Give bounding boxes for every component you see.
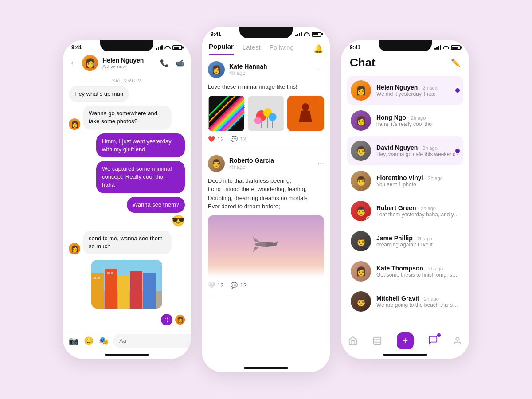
chat-list-item[interactable]: 👨 David Nguyen · 2h ago Hey, wanna go ca… — [347, 136, 463, 165]
phone-icon[interactable]: 📞 — [160, 59, 169, 67]
chat-actions: 📞 📹 — [160, 59, 184, 67]
edit-icon[interactable]: ✏️ — [451, 58, 461, 68]
svg-rect-7 — [143, 273, 156, 309]
signal-center — [295, 32, 302, 36]
post-user-info: Kate Hannah 4h ago — [229, 63, 267, 76]
post-menu-button[interactable]: ··· — [317, 65, 324, 74]
chat-user-name: Helen Nguyen — [102, 57, 156, 64]
chat-badge — [437, 333, 441, 337]
chat-list-info: Kate Thompson · 2h ago Got some thesis t… — [376, 265, 460, 278]
chat-messages: Hey what's up man 👩 Wanna go somewhere a… — [63, 86, 191, 330]
comment-icon: 💬 — [231, 136, 238, 142]
signal-left — [156, 45, 163, 50]
chat-list-avatar: 👨 — [351, 201, 371, 221]
chat-list-item[interactable]: 👩 Kate Thompson · 2h ago Got some thesis… — [347, 257, 463, 286]
message-row: 👩 Wanna go somewhere and take some photo… — [69, 106, 185, 129]
add-button[interactable]: + — [397, 332, 414, 349]
post-menu-button[interactable]: ··· — [317, 159, 324, 168]
tab-following[interactable]: Follwing — [270, 43, 294, 55]
nav-profile[interactable] — [453, 336, 462, 346]
chat-list-item[interactable]: 👨 Mitchell Gravit · 2h ago We are going … — [347, 287, 463, 316]
svg-point-44 — [456, 337, 459, 340]
chat-user-status: Active now — [102, 64, 156, 69]
sent-emoji: :) — [161, 314, 172, 325]
avatar-small: 👩 — [69, 118, 80, 130]
chat-list-info: David Nguyen · 2h ago Hey, wanna go cafe… — [376, 144, 460, 157]
status-icons-right — [434, 45, 461, 50]
like-action[interactable]: ❤️ 12 — [208, 136, 223, 142]
message-row: Hey what's up man — [69, 86, 185, 102]
chat-time: 2h ago — [422, 85, 438, 90]
message-row: 👩 send to me, wanna see them so much — [69, 231, 185, 254]
chat-time: 2h ago — [411, 115, 426, 121]
message-bubble: Hmm, I just went yesterday with my girlf… — [96, 133, 185, 157]
chat-time: 2h ago — [422, 145, 438, 151]
post-image-1 — [208, 96, 245, 131]
emoji-row: 😎 — [69, 215, 185, 227]
image-message — [69, 260, 185, 309]
wifi-right — [443, 45, 449, 50]
chat-time: 2h ago — [428, 266, 443, 271]
chat-name-time: Kate Thompson · 2h ago — [376, 265, 460, 272]
tab-latest[interactable]: Latest — [243, 43, 261, 55]
post-user-info: Roberto Garcia 4h ago — [229, 157, 274, 170]
home-indicator-center — [244, 367, 288, 369]
svg-rect-4 — [105, 269, 117, 309]
nav-search[interactable] — [372, 336, 382, 346]
chat-time: 2h ago — [424, 296, 439, 301]
notification-icon[interactable]: 🔔 — [313, 44, 323, 54]
post-image-3 — [287, 96, 324, 131]
camera-icon[interactable]: 📷 — [69, 336, 78, 346]
chat-name-time: Mitchell Gravit · 2h ago — [376, 295, 460, 302]
back-button[interactable]: ← — [70, 59, 78, 68]
nav-add[interactable]: + — [397, 332, 414, 349]
nav-messages[interactable] — [428, 335, 438, 347]
post-time: 4h ago — [229, 70, 267, 76]
left-phone: 9:41 ← 👩 Helen Nguyen Active now 📞 📹 SAT… — [63, 40, 191, 359]
like-count: 12 — [217, 136, 223, 142]
chat-list-item[interactable]: 👨 Florentino Vinyl · 2h ago You sent 1 p… — [347, 166, 463, 196]
center-phone: 9:41 Popular Latest Follwing 🔔 👩 Kate Ha… — [202, 27, 330, 372]
battery-center — [312, 32, 321, 37]
svg-rect-9 — [98, 277, 100, 279]
svg-rect-5 — [118, 275, 129, 309]
battery-right — [451, 45, 461, 50]
online-dot — [366, 216, 371, 221]
chat-list-avatar: 👨 — [351, 171, 371, 191]
feed-tabs: Popular Latest Follwing 🔔 — [202, 39, 330, 55]
like-action[interactable]: 🤍 12 — [208, 282, 223, 289]
chat-name: Hong Ngo — [376, 114, 406, 121]
feed-content: 👩 Kate Hannah 4h ago ··· Love these mini… — [202, 55, 330, 364]
video-icon[interactable]: 📹 — [175, 59, 184, 67]
chat-preview: Hey, wanna go cafe this weekend? — [376, 151, 460, 157]
post-user-name: Kate Hannah — [229, 63, 267, 70]
signal-right — [434, 45, 441, 50]
chat-user-info: Helen Nguyen Active now — [102, 57, 156, 69]
emoji-icon[interactable]: 😊 — [84, 336, 94, 346]
heart-icon: ❤️ — [208, 136, 215, 142]
tab-popular[interactable]: Popular — [209, 43, 234, 55]
chat-list-item[interactable]: 👩 Helen Nguyen · 2h ago We did it yester… — [347, 76, 463, 105]
svg-point-33 — [302, 103, 309, 110]
chat-name: Helen Nguyen — [376, 84, 418, 91]
message-input[interactable] — [113, 334, 191, 348]
chat-list-avatar: 👨 — [351, 231, 371, 251]
gif-icon[interactable]: 🎭 — [99, 336, 109, 346]
chat-list-item[interactable]: 👩 Hong Ngo · 2h ago haha, it's really co… — [347, 106, 463, 135]
chat-name-time: Hong Ngo · 2h ago — [376, 114, 460, 121]
chat-date: SAT, 3:59 PM — [63, 78, 191, 83]
chat-list-item[interactable]: 👨 Jame Phillip · 2h ago dreaming again? … — [347, 227, 463, 256]
chat-list-item[interactable]: 👨 Robert Green · 2h ago I eat them yeste… — [347, 196, 463, 226]
nav-home[interactable] — [348, 336, 358, 346]
svg-point-29 — [254, 117, 262, 124]
post-item: 👩 Kate Hannah 4h ago ··· Love these mini… — [208, 55, 324, 149]
comment-count: 12 — [240, 136, 246, 142]
comment-action[interactable]: 💬 12 — [231, 282, 246, 289]
right-phone: 9:41 Chat ✏️ 👩 Helen Nguyen · 2h ag — [341, 40, 469, 359]
svg-rect-11 — [111, 272, 113, 274]
chat-list-info: Mitchell Gravit · 2h ago We are going to… — [376, 295, 460, 308]
comment-action[interactable]: 💬 12 — [231, 136, 246, 142]
comment-count: 12 — [240, 282, 246, 289]
notch-right — [379, 40, 432, 51]
chat-name-time: David Nguyen · 2h ago — [376, 144, 460, 151]
